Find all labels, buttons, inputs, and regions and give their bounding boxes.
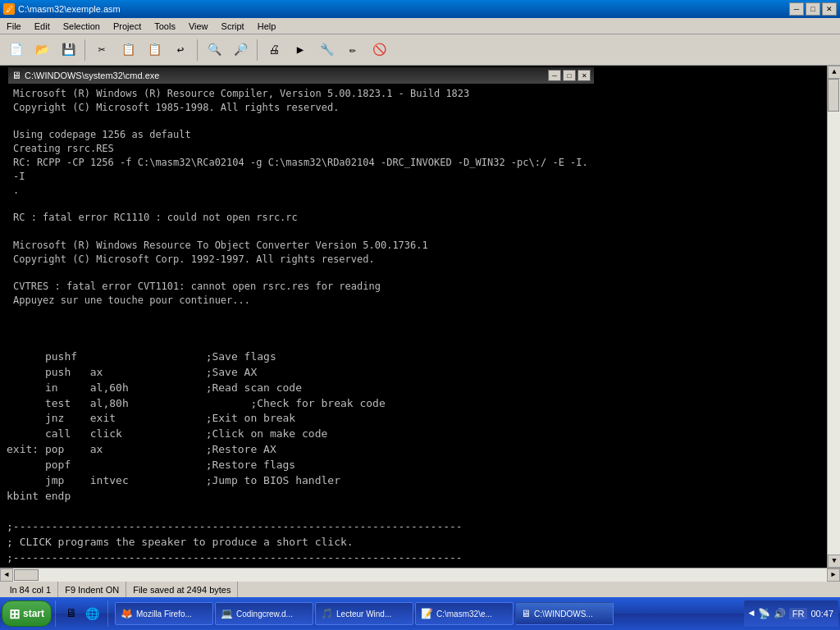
cmd-taskbar-label: C:\WINDOWS... <box>534 609 593 619</box>
cmd-taskbar-icon: 🖥 <box>521 608 531 619</box>
masm-icon: 📝 <box>421 608 433 619</box>
start-icon: ⊞ <box>9 606 20 622</box>
bottom-scrollbar: ◄ ► <box>0 568 840 581</box>
start-label: start <box>23 608 44 619</box>
cmd-maximize[interactable]: □ <box>563 70 576 81</box>
run-button[interactable]: ▶ <box>288 39 313 62</box>
editor-area[interactable]: pushf ;Save flags push ax ;Save AX in al… <box>0 346 840 568</box>
quick-launch: 🖥 🌐 <box>59 605 104 623</box>
taskbar-items: 🦊 Mozilla Firefo... 💻 Codingcrew.d... 🎵 … <box>112 602 742 625</box>
tray-time: 00:47 <box>810 609 833 619</box>
taskbar-sep <box>55 600 56 627</box>
codingcrew-label: Codingcrew.d... <box>236 609 293 619</box>
cmd-window: 🖥 C:\WINDOWS\system32\cmd.exe ─ □ ✕ Micr… <box>7 66 596 348</box>
scroll-down-button[interactable]: ▼ <box>828 555 840 568</box>
toolbar: 📄 📂 💾 ✂ 📋 📋 ↩ 🔍 🔎 🖨 ▶ 🔧 ✏ 🚫 <box>0 34 840 66</box>
menu-edit[interactable]: Edit <box>28 18 57 34</box>
open-button[interactable]: 📂 <box>30 39 54 62</box>
stop-button[interactable]: 🚫 <box>367 39 391 62</box>
firefox-label: Mozilla Firefo... <box>136 609 192 619</box>
replace-button[interactable]: 🔎 <box>228 39 253 62</box>
menu-tools[interactable]: Tools <box>148 18 182 34</box>
cmd-title-left: 🖥 C:\WINDOWS\system32\cmd.exe <box>11 70 159 81</box>
window-title: C:\masm32\exemple.asm <box>18 4 121 14</box>
title-bar-left: 🖊 C:\masm32\exemple.asm <box>3 3 121 15</box>
new-button[interactable]: 📄 <box>3 39 28 62</box>
maximize-button[interactable]: □ <box>806 2 820 16</box>
print-button[interactable]: 🖨 <box>262 39 286 62</box>
cut-button[interactable]: ✂ <box>89 39 114 62</box>
scroll-right-button[interactable]: ► <box>827 568 840 582</box>
taskbar-item-codingcrew[interactable]: 💻 Codingcrew.d... <box>215 602 313 625</box>
scroll-track[interactable] <box>828 79 840 555</box>
lecteur-label: Lecteur Wind... <box>336 609 391 619</box>
taskbar-sep-2 <box>107 600 108 627</box>
masm-label: C:\masm32\e... <box>436 609 492 619</box>
status-bar: ln 84 col 1 F9 Indent ON File saved at 2… <box>0 581 840 597</box>
menu-bar: File Edit Selection Project Tools View S… <box>0 18 840 34</box>
cmd-icon: 🖥 <box>11 70 21 81</box>
menu-view[interactable]: View <box>182 18 215 34</box>
save-button[interactable]: 💾 <box>56 39 80 62</box>
scroll-thumb[interactable] <box>828 79 839 112</box>
title-bar: 🖊 C:\masm32\exemple.asm ─ □ ✕ <box>0 0 840 18</box>
scroll-up-button[interactable]: ▲ <box>828 66 840 79</box>
scroll-left-button[interactable]: ◄ <box>0 568 13 582</box>
ql-desktop[interactable]: 🖥 <box>62 605 80 623</box>
start-button[interactable]: ⊞ start <box>2 600 52 627</box>
undo-button[interactable]: ↩ <box>168 39 193 62</box>
cmd-minimize[interactable]: ─ <box>548 70 561 81</box>
bscroll-thumb[interactable] <box>14 569 39 581</box>
taskbar-item-lecteur[interactable]: 🎵 Lecteur Wind... <box>315 602 413 625</box>
close-button[interactable]: ✕ <box>822 2 837 16</box>
pencil-button[interactable]: ✏ <box>340 39 365 62</box>
status-position: ln 84 col 1 <box>3 582 58 597</box>
app-icon: 🖊 <box>3 3 15 15</box>
paste-button[interactable]: 📋 <box>142 39 167 62</box>
taskbar-item-masm[interactable]: 📝 C:\masm32\e... <box>415 602 514 625</box>
right-scrollbar: ▲ ▼ <box>827 66 840 568</box>
status-file: File saved at 2494 bytes <box>126 582 238 597</box>
menu-script[interactable]: Script <box>215 18 251 34</box>
debug-button[interactable]: 🔧 <box>314 39 339 62</box>
editor-code: pushf ;Save flags push ax ;Save AX in al… <box>7 349 833 568</box>
find-button[interactable]: 🔍 <box>202 39 226 62</box>
title-bar-controls: ─ □ ✕ <box>789 2 837 16</box>
lecteur-icon: 🎵 <box>321 608 333 619</box>
tray-language[interactable]: FR <box>789 608 808 619</box>
toolbar-sep-1 <box>84 39 85 61</box>
cmd-output[interactable]: Microsoft (R) Windows (R) Resource Compi… <box>8 84 594 346</box>
bscroll-track[interactable] <box>13 568 827 582</box>
menu-project[interactable]: Project <box>107 18 148 34</box>
codingcrew-icon: 💻 <box>221 608 233 619</box>
system-tray: ◄ 📡 🔊 FR 00:47 <box>744 600 838 627</box>
tray-arrow[interactable]: ◄ <box>749 608 755 619</box>
cmd-title: C:\WINDOWS\system32\cmd.exe <box>25 71 159 80</box>
menu-file[interactable]: File <box>0 18 28 34</box>
taskbar-item-cmd[interactable]: 🖥 C:\WINDOWS... <box>515 602 614 625</box>
firefox-icon: 🦊 <box>121 608 133 619</box>
menu-help[interactable]: Help <box>251 18 283 34</box>
status-indent: F9 Indent ON <box>58 582 126 597</box>
taskbar: ⊞ start 🖥 🌐 🦊 Mozilla Firefo... 💻 Coding… <box>0 597 840 630</box>
cmd-title-bar: 🖥 C:\WINDOWS\system32\cmd.exe ─ □ ✕ <box>8 67 594 84</box>
menu-selection[interactable]: Selection <box>57 18 107 34</box>
tray-network[interactable]: 📡 <box>758 608 770 620</box>
cmd-controls: ─ □ ✕ <box>548 70 591 81</box>
cmd-close[interactable]: ✕ <box>578 70 591 81</box>
toolbar-sep-2 <box>197 39 198 61</box>
minimize-button[interactable]: ─ <box>789 2 804 16</box>
ql-ie[interactable]: 🌐 <box>83 605 101 623</box>
toolbar-sep-3 <box>257 39 258 61</box>
tray-volume[interactable]: 🔊 <box>774 608 786 620</box>
cmd-text: Microsoft (R) Windows (R) Resource Compi… <box>13 87 589 308</box>
taskbar-item-firefox[interactable]: 🦊 Mozilla Firefo... <box>115 602 213 625</box>
main-content: 🖥 C:\WINDOWS\system32\cmd.exe ─ □ ✕ Micr… <box>0 66 840 568</box>
copy-button[interactable]: 📋 <box>116 39 140 62</box>
